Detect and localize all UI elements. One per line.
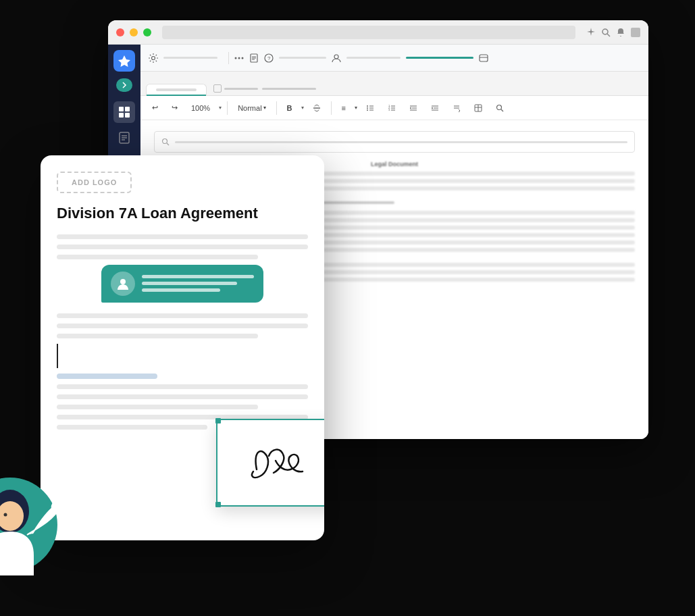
svg-point-58 (120, 279, 126, 284)
outdent-button[interactable] (405, 102, 422, 114)
sidebar-item-documents[interactable] (113, 127, 135, 149)
content-line (57, 425, 207, 430)
content-line (57, 384, 308, 389)
content-line (57, 245, 308, 249)
align-button[interactable]: ≡ (337, 102, 351, 114)
checkbox-label (224, 88, 258, 90)
close-button[interactable] (116, 28, 124, 36)
svg-point-35 (367, 109, 368, 111)
toolbar-divider (228, 52, 229, 64)
checkbox[interactable] (213, 84, 222, 93)
content-line (57, 405, 258, 409)
toolbar-divider-3 (331, 101, 332, 115)
extra-bar (262, 88, 316, 90)
toolbar-mid-bar (279, 57, 326, 59)
person-illustration (0, 474, 68, 582)
user-action-bar (406, 57, 473, 59)
signature-box (216, 419, 324, 507)
add-logo-box[interactable]: ADD LOGO (57, 172, 132, 193)
chat-text-line (142, 282, 237, 285)
person-svg (0, 474, 61, 575)
top-toolbar: ? (140, 45, 648, 72)
svg-line-1 (607, 34, 610, 36)
tab-label-bar (156, 88, 197, 91)
search-in-doc-icon (161, 138, 170, 146)
chat-text-line (142, 288, 220, 292)
zoom-dropdown-icon[interactable]: ▾ (219, 105, 222, 111)
browser-titlebar (108, 20, 648, 45)
bold-dropdown-icon: ▾ (301, 105, 304, 111)
svg-point-18 (235, 57, 237, 59)
template-icon[interactable] (249, 53, 259, 63)
user-name-bar (346, 57, 401, 59)
resize-handle-bl[interactable] (215, 502, 221, 507)
app-logo[interactable] (113, 50, 135, 72)
align-dropdown-icon: ▾ (355, 105, 357, 111)
svg-rect-2 (119, 107, 124, 111)
help-icon[interactable]: ? (264, 53, 274, 63)
chat-lines (142, 275, 254, 292)
maximize-button[interactable] (143, 28, 151, 36)
resize-handle-tl[interactable] (215, 418, 221, 424)
search-text-bar (175, 141, 627, 143)
svg-text:3.: 3. (388, 108, 390, 111)
share-icon[interactable] (479, 53, 488, 63)
insert-table-button[interactable] (469, 102, 487, 114)
content-line (57, 255, 258, 259)
svg-point-17 (152, 56, 155, 59)
sidebar-expand-button[interactable] (116, 78, 132, 92)
svg-point-56 (163, 139, 168, 144)
numbered-list-button[interactable]: 1. 2. 3. (383, 102, 401, 114)
tab-active-indicator (147, 95, 206, 96)
document-title: Division 7A Loan Agreement (57, 204, 308, 224)
toolbar-divider-1 (227, 101, 228, 115)
undo-button[interactable]: ↩ (147, 101, 163, 114)
chat-text-line (142, 275, 254, 278)
url-bar[interactable] (162, 26, 575, 39)
chat-avatar (111, 272, 135, 296)
settings-icon[interactable] (149, 53, 158, 63)
content-line (57, 394, 308, 399)
style-dropdown-icon: ▾ (263, 105, 266, 111)
svg-line-55 (501, 109, 503, 111)
notification-icon[interactable] (616, 28, 625, 37)
checkbox-area (213, 84, 258, 93)
sidebar-item-dashboard[interactable] (113, 101, 135, 123)
text-cursor (57, 344, 58, 368)
strikethrough-button[interactable] (308, 102, 326, 114)
style-dropdown[interactable]: Normal ▾ (233, 102, 270, 114)
doc-toolbar: ↩ ↪ 100% ▾ Normal ▾ B ▾ (140, 96, 648, 120)
toolbar-divider-2 (276, 101, 277, 115)
doc-search-bar[interactable] (154, 131, 635, 153)
content-line (57, 324, 308, 328)
minimize-button[interactable] (130, 28, 138, 36)
front-document: ADD LOGO Division 7A Loan Agreement (41, 155, 324, 540)
svg-line-57 (167, 143, 169, 145)
more-icon[interactable] (234, 53, 244, 63)
svg-point-62 (4, 513, 7, 517)
chat-bubble (101, 265, 263, 303)
menu-icon (631, 28, 640, 37)
redo-button[interactable]: ↪ (167, 101, 182, 114)
zoom-button[interactable]: 100% (186, 102, 215, 114)
svg-point-0 (602, 29, 608, 34)
svg-rect-5 (125, 113, 130, 118)
bold-button[interactable]: B (282, 102, 297, 114)
sparkle-icon (586, 28, 596, 37)
user-icon[interactable] (332, 53, 341, 63)
search-doc-button[interactable] (491, 102, 509, 114)
style-label: Normal (238, 104, 261, 112)
svg-rect-3 (125, 107, 130, 111)
content-line (57, 313, 308, 318)
active-tab[interactable] (146, 84, 207, 95)
content-line (57, 334, 258, 338)
indent-button[interactable] (426, 102, 444, 114)
bullet-list-button[interactable] (361, 102, 379, 114)
svg-point-54 (496, 105, 501, 109)
svg-rect-4 (119, 113, 124, 118)
tabs-row (140, 72, 648, 96)
search-icon[interactable] (601, 28, 611, 37)
signature-drawing (236, 432, 324, 493)
rtl-button[interactable] (448, 102, 465, 114)
cursor-area (57, 344, 308, 368)
